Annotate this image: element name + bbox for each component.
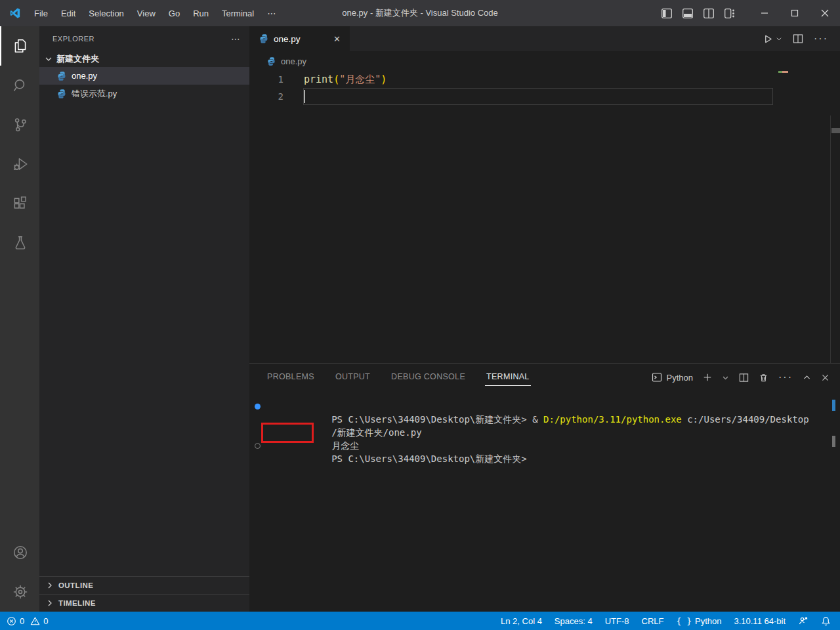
folder-row[interactable]: 新建文件夹 (39, 51, 249, 67)
close-panel-icon[interactable] (821, 373, 830, 382)
split-editor-layout-icon[interactable] (704, 9, 714, 18)
terminal-dropdown-icon[interactable] (722, 374, 729, 381)
activity-bar (0, 26, 39, 612)
extensions-icon[interactable] (0, 184, 39, 223)
code-token-print: print (304, 74, 333, 85)
chevron-right-icon (45, 598, 55, 608)
problems-status[interactable]: 0 0 (7, 616, 48, 626)
menu-file[interactable]: File (28, 0, 54, 26)
editor-more-actions-icon[interactable]: ··· (814, 33, 828, 45)
eol-status[interactable]: CRLF (642, 616, 664, 626)
chevron-down-icon (43, 54, 54, 64)
terminal-prompt-line[interactable]: PS C:\Users\34409\Desktop\新建文件夹> (249, 439, 840, 452)
tab-debug-console[interactable]: DEBUG CONSOLE (390, 369, 467, 385)
terminal-program-output-line: 月念尘 (249, 426, 840, 439)
search-icon[interactable] (0, 66, 39, 105)
timeline-section-header[interactable]: TIMELINE (39, 594, 249, 612)
toggle-panel-icon[interactable] (682, 9, 693, 18)
maximize-icon[interactable] (780, 0, 810, 26)
tab-close-icon[interactable]: ✕ (331, 33, 343, 45)
prompt-decoration-icon[interactable] (255, 443, 261, 449)
error-icon (7, 616, 16, 626)
folder-name: 新建文件夹 (56, 53, 99, 65)
toggle-sidebar-icon[interactable] (662, 9, 672, 18)
run-python-file-icon[interactable] (763, 34, 782, 44)
python-file-icon (56, 89, 67, 99)
vscode-window: File Edit Selection View Go Run Terminal… (0, 0, 840, 630)
tab-terminal[interactable]: TERMINAL (485, 369, 531, 386)
menu-edit[interactable]: Edit (54, 0, 82, 26)
terminal-command-line: PS C:\Users\34409\Desktop\新建文件夹> & D:/py… (249, 400, 840, 413)
terminal-overview-mark-command (832, 400, 835, 411)
tab-problems[interactable]: PROBLEMS (266, 369, 316, 385)
code-token-close-paren: ) (381, 74, 387, 85)
new-terminal-icon[interactable] (703, 373, 712, 382)
testing-icon[interactable] (0, 223, 39, 262)
breadcrumb[interactable]: one.py (249, 51, 840, 71)
menu-terminal[interactable]: Terminal (215, 0, 261, 26)
feedback-icon[interactable] (798, 616, 808, 626)
terminal-shell-picker[interactable]: Python (652, 372, 693, 383)
split-terminal-icon[interactable] (739, 373, 749, 383)
close-window-icon[interactable] (810, 0, 840, 26)
explorer-icon[interactable] (0, 26, 39, 66)
menu-run[interactable]: Run (186, 0, 215, 26)
window-title: one.py - 新建文件夹 - Visual Studio Code (342, 7, 497, 19)
error-count: 0 (20, 616, 24, 626)
code-line-2[interactable]: 2 (249, 88, 840, 105)
file-name: 错误示范.py (72, 88, 117, 100)
menu-selection[interactable]: Selection (82, 0, 130, 26)
editor-scrollbar[interactable] (830, 116, 840, 363)
menu-more-icon[interactable]: ⋯ (261, 0, 282, 26)
scrollbar-thumb[interactable] (831, 128, 840, 133)
accounts-icon[interactable] (0, 533, 39, 572)
minimize-icon[interactable] (749, 0, 780, 26)
shell-name: Python (667, 373, 693, 383)
code-line-1[interactable]: 1 print("月念尘") (249, 71, 840, 88)
title-bar: File Edit Selection View Go Run Terminal… (0, 0, 840, 26)
editor-tab-bar: one.py ✕ ··· (249, 26, 840, 51)
editor-area: one.py ✕ ··· (249, 26, 840, 363)
cursor-position-status[interactable]: Ln 2, Col 4 (501, 616, 542, 626)
notifications-bell-icon[interactable] (821, 616, 831, 626)
chevron-right-icon (45, 580, 55, 591)
command-success-decoration-icon[interactable] (255, 404, 261, 410)
minimap[interactable] (778, 71, 788, 73)
menu-view[interactable]: View (131, 0, 162, 26)
breadcrumb-file[interactable]: one.py (281, 56, 306, 66)
kill-terminal-icon[interactable] (759, 373, 768, 383)
terminal-output[interactable]: PS C:\Users\34409\Desktop\新建文件夹> & D:/py… (249, 391, 840, 612)
terminal-overview-mark-prompt (832, 436, 835, 447)
outline-label: OUTLINE (58, 581, 93, 589)
python-file-icon (266, 56, 276, 66)
outline-section-header[interactable]: OUTLINE (39, 576, 249, 594)
panel-more-actions-icon[interactable]: ··· (778, 371, 793, 383)
split-editor-icon[interactable] (793, 33, 803, 44)
customize-layout-icon[interactable] (724, 9, 735, 18)
sidebar-title: EXPLORER (52, 35, 94, 43)
file-row-error-example-py[interactable]: 错误示范.py (39, 85, 249, 102)
settings-gear-icon[interactable] (0, 572, 39, 612)
code-editor[interactable]: 1 print("月念尘") 2 (249, 71, 840, 363)
indentation-status[interactable]: Spaces: 4 (555, 616, 593, 626)
file-row-one-py[interactable]: one.py (39, 67, 249, 85)
tab-one-py[interactable]: one.py ✕ (249, 26, 350, 51)
timeline-label: TIMELINE (58, 599, 96, 607)
file-name: one.py (72, 71, 97, 81)
encoding-status[interactable]: UTF-8 (605, 616, 629, 626)
line-number: 2 (249, 88, 284, 105)
python-interpreter-status[interactable]: 3.10.11 64-bit (734, 616, 786, 626)
explorer-sidebar: EXPLORER ⋯ 新建文件夹 one.py 错误示范.py (39, 26, 249, 612)
vscode-logo-icon (9, 7, 21, 19)
run-and-debug-icon[interactable] (0, 144, 39, 184)
explorer-more-actions-icon[interactable]: ⋯ (231, 33, 242, 44)
code-token-open-paren: ( (333, 74, 339, 85)
menu-go[interactable]: Go (162, 0, 186, 26)
maximize-panel-icon[interactable] (803, 373, 811, 382)
language-mode-status[interactable]: { } Python (676, 616, 721, 626)
warning-count: 0 (43, 616, 48, 626)
current-line-highlight (303, 88, 773, 105)
source-control-icon[interactable] (0, 105, 39, 144)
terminal-command-wrap-line: /新建文件夹/one.py (249, 413, 840, 426)
tab-output[interactable]: OUTPUT (334, 369, 371, 385)
